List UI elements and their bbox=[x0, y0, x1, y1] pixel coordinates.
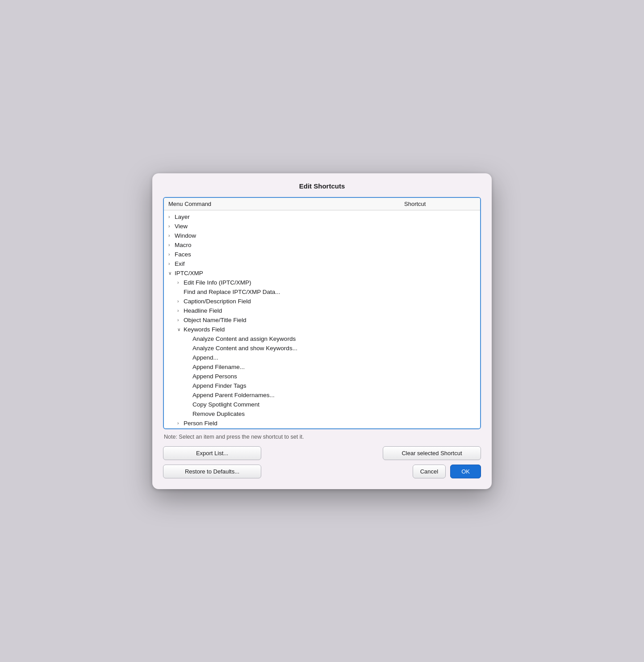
tree-item-appendparent[interactable]: Append Parent Foldernames... bbox=[164, 390, 480, 400]
chevron-icon: › bbox=[168, 214, 175, 219]
tree-item-label: Append Parent Foldernames... bbox=[192, 392, 404, 398]
tree-item-label: Object Name/Title Field bbox=[184, 317, 404, 323]
tree-item-label: Layer bbox=[175, 214, 404, 220]
tree-item-label: Analyze Content and show Keywords... bbox=[192, 345, 404, 352]
tree-item-label: Remove Duplicates bbox=[192, 411, 404, 417]
tree-item-label: Append Finder Tags bbox=[192, 382, 404, 389]
tree-item-label: Faces bbox=[175, 251, 404, 258]
tree-item-label: Macro bbox=[175, 242, 404, 248]
tree-item-label: View bbox=[175, 223, 404, 230]
button-row-top: Export List... Clear selected Shortcut bbox=[163, 446, 481, 460]
tree-item-label: Append Filename... bbox=[192, 364, 404, 370]
tree-item-layer[interactable]: ›Layer bbox=[164, 212, 480, 222]
tree-item-keywordsfield[interactable]: ∨Keywords Field bbox=[164, 325, 480, 334]
restore-defaults-button[interactable]: Restore to Defaults... bbox=[163, 465, 261, 478]
tree-item-objectname[interactable]: ›Object Name/Title Field bbox=[164, 315, 480, 325]
tree-item-analyzecontent[interactable]: Analyze Content and assign Keywords bbox=[164, 334, 480, 344]
tree-item-label: Exif bbox=[175, 260, 404, 267]
chevron-icon: › bbox=[168, 233, 175, 238]
tree-item-appendfilename[interactable]: Append Filename... bbox=[164, 362, 480, 372]
tree-item-label: Window bbox=[175, 232, 404, 239]
tree-item-copyspotlight[interactable]: Copy Spotlight Comment bbox=[164, 400, 480, 409]
chevron-icon: › bbox=[168, 261, 175, 266]
tree-item-faces[interactable]: ›Faces bbox=[164, 250, 480, 259]
ok-button[interactable]: OK bbox=[450, 465, 481, 478]
button-row-bottom: Restore to Defaults... Cancel OK bbox=[163, 465, 481, 478]
chevron-icon: › bbox=[177, 318, 184, 323]
tree-item-label: Append Persons bbox=[192, 373, 404, 380]
chevron-icon: ∨ bbox=[177, 327, 184, 332]
tree-item-label: IPTC/XMP bbox=[175, 270, 404, 277]
tree-item-append[interactable]: Append... bbox=[164, 353, 480, 362]
tree-item-label: Caption/Description Field bbox=[184, 298, 404, 305]
clear-shortcut-button[interactable]: Clear selected Shortcut bbox=[383, 446, 481, 460]
tree-item-view[interactable]: ›View bbox=[164, 222, 480, 231]
col-command-header: Menu Command bbox=[168, 201, 404, 207]
tree-item-label: Person Field bbox=[184, 420, 404, 427]
export-list-button[interactable]: Export List... bbox=[163, 446, 261, 460]
note-text: Note: Select an item and press the new s… bbox=[164, 434, 480, 440]
chevron-icon: › bbox=[177, 280, 184, 285]
tree-item-referencefield[interactable]: ›Reference Field bbox=[164, 428, 480, 429]
chevron-icon: › bbox=[177, 299, 184, 304]
col-shortcut-header: Shortcut bbox=[404, 201, 476, 207]
tree-item-exif[interactable]: ›Exif bbox=[164, 259, 480, 268]
edit-shortcuts-dialog: Edit Shortcuts Menu Command Shortcut ›La… bbox=[152, 173, 492, 489]
tree-item-appendpersons[interactable]: Append Persons bbox=[164, 372, 480, 381]
tree-item-analyzeshow[interactable]: Analyze Content and show Keywords... bbox=[164, 344, 480, 353]
tree-item-appendfinder[interactable]: Append Finder Tags bbox=[164, 381, 480, 390]
bottom-right-buttons: Cancel OK bbox=[413, 465, 481, 478]
chevron-icon: › bbox=[177, 421, 184, 426]
table-header: Menu Command Shortcut bbox=[164, 198, 480, 210]
tree-item-label: Find and Replace IPTC/XMP Data... bbox=[184, 289, 404, 295]
tree-item-macro[interactable]: ›Macro bbox=[164, 240, 480, 250]
cancel-button[interactable]: Cancel bbox=[413, 465, 446, 478]
tree-item-label: Copy Spotlight Comment bbox=[192, 401, 404, 408]
chevron-icon: › bbox=[168, 243, 175, 247]
dialog-title: Edit Shortcuts bbox=[163, 182, 481, 190]
chevron-icon: › bbox=[168, 252, 175, 257]
tree-item-editfileinfo[interactable]: ›Edit File Info (IPTC/XMP) bbox=[164, 278, 480, 287]
tree-item-label: Headline Field bbox=[184, 307, 404, 314]
tree-list: ›Layer›View›Window›Macro›Faces›Exif∨IPTC… bbox=[164, 210, 480, 429]
chevron-icon: ∨ bbox=[168, 271, 175, 276]
tree-item-window[interactable]: ›Window bbox=[164, 231, 480, 240]
tree-item-iptcxmp[interactable]: ∨IPTC/XMP bbox=[164, 268, 480, 278]
tree-item-label: Analyze Content and assign Keywords bbox=[192, 335, 404, 342]
tree-item-personfield[interactable]: ›Person Field bbox=[164, 419, 480, 428]
tree-item-label: Edit File Info (IPTC/XMP) bbox=[184, 279, 404, 286]
tree-item-findreplace[interactable]: Find and Replace IPTC/XMP Data... bbox=[164, 287, 480, 297]
tree-item-label: Keywords Field bbox=[184, 326, 404, 333]
tree-item-headlinefield[interactable]: ›Headline Field bbox=[164, 306, 480, 315]
tree-item-captiondesc[interactable]: ›Caption/Description Field bbox=[164, 297, 480, 306]
shortcuts-table[interactable]: Menu Command Shortcut ›Layer›View›Window… bbox=[163, 197, 481, 429]
chevron-icon: › bbox=[168, 224, 175, 229]
tree-item-label: Append... bbox=[192, 354, 404, 361]
chevron-icon: › bbox=[177, 308, 184, 313]
tree-item-removeduplicates[interactable]: Remove Duplicates bbox=[164, 409, 480, 419]
